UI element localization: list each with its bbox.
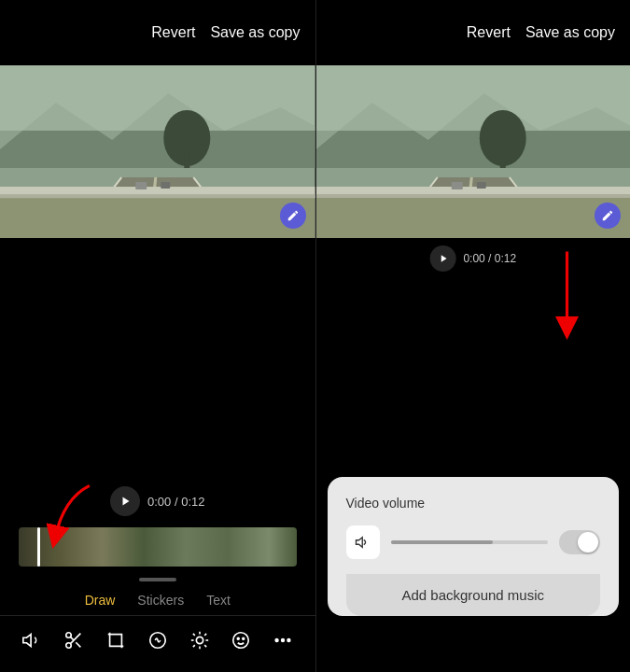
right-video-area — [316, 65, 631, 238]
svg-point-38 — [287, 639, 290, 642]
right-save-as-copy-button[interactable]: Save as copy — [525, 24, 615, 41]
right-red-arrow — [541, 247, 593, 341]
left-save-as-copy-button[interactable]: Save as copy — [210, 24, 300, 41]
volume-slider-fill — [391, 540, 494, 544]
left-time-display: 0:00 / 0:12 — [147, 495, 204, 509]
right-time-display: 0:00 / 0:12 — [463, 252, 516, 265]
right-edit-badge[interactable] — [595, 203, 621, 229]
left-play-button[interactable] — [110, 486, 140, 516]
more-tool-button[interactable] — [266, 623, 300, 657]
svg-point-24 — [196, 637, 203, 643]
volume-row — [346, 525, 601, 559]
svg-marker-17 — [23, 635, 31, 647]
left-top-bar: Revert Save as copy — [0, 0, 315, 65]
svg-rect-14 — [0, 65, 315, 238]
right-black-area: 0:00 / 0:12 Video volume — [316, 238, 631, 672]
adjust-tool-button[interactable] — [141, 623, 175, 657]
svg-line-32 — [204, 634, 206, 636]
left-edit-badge[interactable] — [280, 203, 306, 229]
volume-icon-box — [346, 525, 380, 559]
svg-point-19 — [66, 643, 72, 649]
right-panel: Revert Save as copy — [315, 0, 631, 672]
volume-tool-button[interactable] — [15, 623, 49, 657]
svg-point-37 — [282, 639, 285, 642]
svg-line-21 — [76, 642, 80, 647]
svg-point-34 — [238, 637, 240, 639]
volume-toggle[interactable] — [559, 530, 600, 554]
brightness-tool-button[interactable] — [183, 623, 217, 657]
tab-draw[interactable]: Draw — [85, 593, 116, 608]
right-top-bar: Revert Save as copy — [316, 0, 631, 65]
svg-line-22 — [71, 637, 75, 640]
right-play-button[interactable] — [429, 245, 455, 272]
svg-point-18 — [66, 633, 72, 638]
left-video-area — [0, 65, 315, 238]
svg-point-35 — [243, 637, 245, 639]
svg-rect-53 — [316, 65, 631, 238]
left-black-area: 0:00 / 0:12 — [0, 238, 315, 587]
emoji-tool-button[interactable] — [224, 623, 258, 657]
svg-marker-16 — [123, 497, 130, 506]
svg-line-31 — [192, 645, 194, 647]
left-play-controls: 0:00 / 0:12 — [110, 486, 204, 516]
svg-marker-54 — [441, 255, 446, 262]
add-background-music-button[interactable]: Add background music — [346, 574, 601, 616]
right-revert-button[interactable]: Revert — [467, 24, 511, 41]
volume-toggle-knob — [578, 532, 598, 553]
left-red-arrow — [47, 481, 98, 551]
left-toolbar — [0, 615, 315, 672]
tab-text[interactable]: Text — [206, 593, 231, 608]
left-panel: Revert Save as copy — [0, 0, 315, 672]
volume-slider[interactable] — [391, 540, 549, 544]
svg-line-28 — [204, 645, 206, 647]
svg-line-27 — [192, 634, 194, 636]
left-revert-button[interactable]: Revert — [151, 24, 195, 41]
crop-tool-button[interactable] — [99, 623, 133, 657]
svg-point-33 — [233, 633, 249, 649]
timeline-playhead[interactable] — [37, 527, 40, 567]
scissors-tool-button[interactable] — [57, 623, 91, 657]
svg-point-36 — [275, 639, 278, 642]
volume-popup: Video volume Add background music — [328, 477, 620, 616]
svg-marker-56 — [356, 538, 362, 548]
tab-stickers[interactable]: Stickers — [137, 593, 184, 608]
left-tabs: Draw Stickers Text — [0, 587, 315, 615]
volume-icon — [355, 534, 371, 551]
volume-popup-title: Video volume — [346, 496, 601, 511]
right-play-controls: 0:00 / 0:12 — [429, 245, 516, 272]
